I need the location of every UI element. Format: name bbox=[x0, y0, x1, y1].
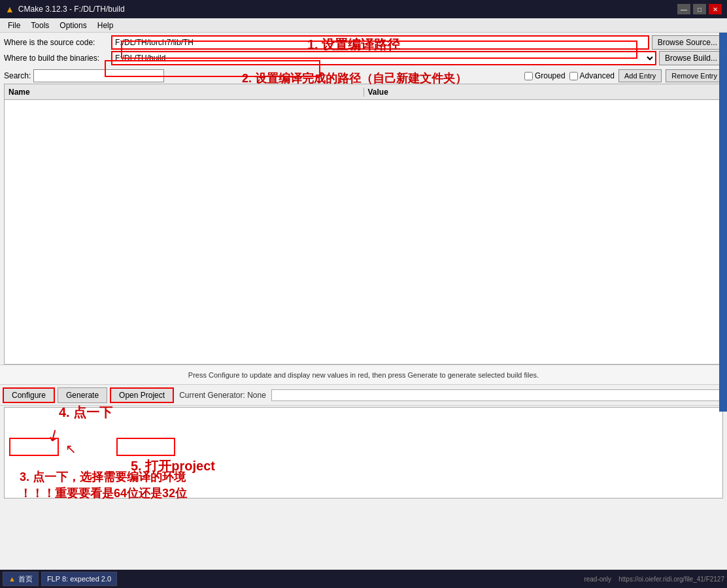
form-area: Where is the source code: Browse Source.… bbox=[0, 33, 727, 68]
output-area bbox=[4, 407, 723, 498]
toolbar-right: Grouped Advanced Add Entry Remove Entry bbox=[524, 69, 723, 82]
browse-source-button[interactable]: Browse Source... bbox=[652, 35, 723, 50]
search-row: Search: Grouped Advanced Add Entry Remov… bbox=[0, 68, 727, 84]
side-panel bbox=[719, 33, 727, 412]
taskbar: ▲ 首页 FLP 8: expected 2.0 read-only https… bbox=[0, 570, 727, 588]
taskbar-status: read-only https://oi.oiefer.ridi.org/fil… bbox=[584, 576, 724, 583]
status-bar: Press Configure to update and display ne… bbox=[0, 365, 727, 385]
table-area: Name Value bbox=[4, 84, 723, 365]
minimize-button[interactable]: — bbox=[677, 4, 690, 14]
close-button[interactable]: ✕ bbox=[709, 4, 722, 14]
bottom-section: Press Configure to update and display ne… bbox=[0, 365, 727, 500]
menu-tools[interactable]: Tools bbox=[25, 20, 54, 31]
titlebar-title: CMake 3.12.3 - F:/DL/TH/build bbox=[18, 5, 125, 14]
source-row: Where is the source code: Browse Source.… bbox=[4, 35, 723, 50]
build-select[interactable]: F:/DL/TH/build bbox=[111, 51, 656, 65]
menu-help[interactable]: Help bbox=[92, 20, 119, 31]
progress-bar bbox=[271, 389, 724, 401]
taskbar-item-flp[interactable]: FLP 8: expected 2.0 bbox=[41, 572, 117, 586]
search-input[interactable] bbox=[33, 69, 164, 82]
app-icon: ▲ bbox=[5, 4, 14, 14]
advanced-checkbox[interactable] bbox=[569, 72, 578, 80]
advanced-checkbox-label[interactable]: Advanced bbox=[569, 71, 615, 80]
table-body bbox=[5, 100, 722, 364]
browse-build-button[interactable]: Browse Build... bbox=[659, 51, 723, 65]
source-label: Where is the source code: bbox=[4, 38, 109, 47]
grouped-checkbox[interactable] bbox=[524, 72, 533, 80]
maximize-button[interactable]: □ bbox=[693, 4, 706, 14]
source-input[interactable] bbox=[111, 35, 649, 50]
configure-button[interactable]: Configure bbox=[3, 387, 55, 403]
add-entry-button[interactable]: Add Entry bbox=[618, 69, 662, 82]
table-header: Name Value bbox=[5, 84, 722, 100]
titlebar: ▲ CMake 3.12.3 - F:/DL/TH/build — □ ✕ bbox=[0, 0, 727, 18]
generator-text: Current Generator: None bbox=[179, 391, 266, 400]
search-label: Search: bbox=[4, 71, 31, 80]
grouped-checkbox-label[interactable]: Grouped bbox=[524, 71, 566, 80]
taskbar-icon-triangle: ▲ bbox=[8, 575, 16, 583]
main-window: Where is the source code: Browse Source.… bbox=[0, 33, 727, 588]
open-project-button[interactable]: Open Project bbox=[110, 387, 174, 403]
col-value-header: Value bbox=[364, 88, 723, 97]
build-label: Where to build the binaries: bbox=[4, 54, 109, 63]
generate-button[interactable]: Generate bbox=[58, 387, 107, 403]
remove-entry-button[interactable]: Remove Entry bbox=[666, 69, 723, 82]
window-controls: — □ ✕ bbox=[677, 4, 722, 14]
menu-file[interactable]: File bbox=[3, 20, 25, 31]
taskbar-item-home[interactable]: ▲ 首页 bbox=[3, 572, 39, 586]
menu-options[interactable]: Options bbox=[54, 20, 92, 31]
menubar: File Tools Options Help bbox=[0, 18, 727, 33]
action-bar: Configure Generate Open Project Current … bbox=[0, 385, 727, 406]
col-name-header: Name bbox=[5, 88, 364, 97]
build-row: Where to build the binaries: F:/DL/TH/bu… bbox=[4, 51, 723, 65]
status-message: Press Configure to update and display ne… bbox=[4, 371, 723, 379]
